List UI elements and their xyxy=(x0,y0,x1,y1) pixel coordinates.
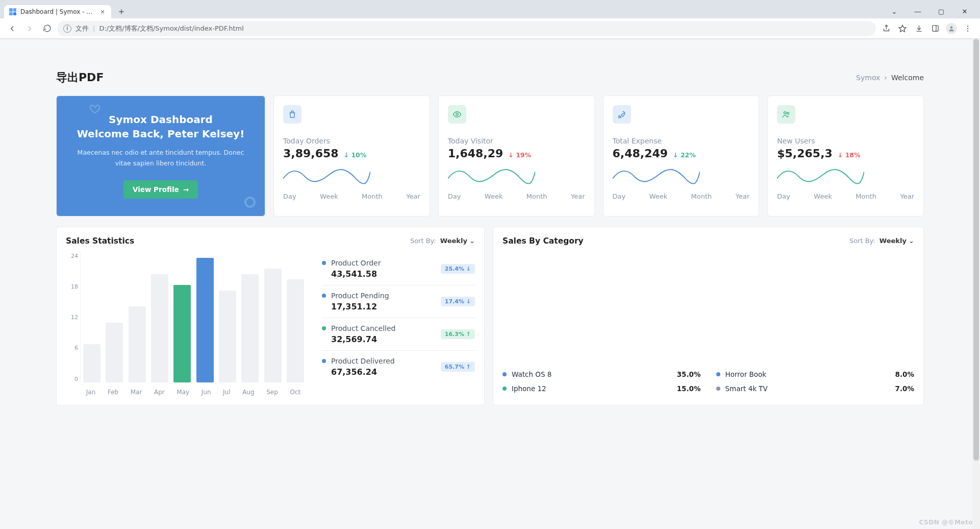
scrollbar[interactable] xyxy=(972,39,980,426)
metric-row: Product Pending 17,351.12 17.4% ↓ xyxy=(322,285,475,318)
stat-tab[interactable]: Year xyxy=(900,193,914,200)
stat-tab[interactable]: Day xyxy=(448,193,461,200)
close-window-icon[interactable]: ✕ xyxy=(956,4,974,18)
forward-button[interactable] xyxy=(22,21,37,36)
stat-tab[interactable]: Year xyxy=(571,193,585,200)
stat-tab[interactable]: Day xyxy=(613,193,626,200)
metric-row: Product Delivered 67,356.24 65.7% ↑ xyxy=(322,351,475,383)
metric-label: Product Pending xyxy=(331,292,389,300)
share-icon[interactable] xyxy=(879,21,893,36)
reload-button[interactable] xyxy=(40,21,54,36)
close-tab-icon[interactable]: ✕ xyxy=(99,8,106,15)
bar xyxy=(83,344,100,382)
profile-avatar[interactable] xyxy=(944,21,959,36)
minimize-icon[interactable]: ― xyxy=(909,4,927,18)
rocket-icon xyxy=(613,105,631,124)
breadcrumb-root[interactable]: Symox xyxy=(856,74,880,82)
stat-tab[interactable]: Day xyxy=(777,193,790,200)
category-legend: Watch OS 8 35.0% Horror Book 8.0% Iphone… xyxy=(502,367,914,396)
metric-row: Product Cancelled 32,569.74 16.3% ↑ xyxy=(322,318,475,351)
sales-statistics-card: Sales Statistics Sort By: Weekly ⌄ 24181… xyxy=(56,227,485,405)
dot-icon xyxy=(716,372,720,376)
browser-chrome: Dashboard | Symox - Admin & ✕ ＋ ⌄ ― ▢ ✕ … xyxy=(0,0,980,39)
maximize-icon[interactable]: ▢ xyxy=(932,4,950,18)
url-scheme: 文件 xyxy=(76,24,89,33)
category-label: Horror Book xyxy=(725,370,767,378)
metric-label: Product Cancelled xyxy=(331,324,395,332)
bar xyxy=(151,274,168,382)
breadcrumb: Symox › Welcome xyxy=(856,74,924,82)
dot-icon xyxy=(502,372,507,376)
sort-dropdown[interactable]: Sort By: Weekly ⌄ xyxy=(849,237,914,245)
stat-delta: ↓ 18% xyxy=(838,151,861,159)
eye-icon xyxy=(448,105,466,124)
svg-point-3 xyxy=(967,28,968,29)
metric-value: 43,541.58 xyxy=(331,269,381,279)
metric-value: 17,351.12 xyxy=(331,302,389,311)
svg-point-6 xyxy=(784,112,787,114)
metric-label: Product Order xyxy=(331,259,381,267)
metric-value: 67,356.24 xyxy=(331,367,395,377)
bookmark-star-icon[interactable] xyxy=(895,21,910,36)
view-profile-button[interactable]: View Profile → xyxy=(123,180,198,199)
stat-label: New Users xyxy=(777,137,914,145)
bag-icon xyxy=(283,105,301,124)
stat-tab[interactable]: Week xyxy=(814,193,832,200)
metric-badge: 17.4% ↓ xyxy=(441,297,475,306)
category-pct: 8.0% xyxy=(895,370,914,378)
stat-card: Today Visitor 1,648,29↓ 19% DayWeekMonth… xyxy=(438,95,595,217)
stat-tab[interactable]: Week xyxy=(320,193,338,200)
back-button[interactable] xyxy=(5,21,19,36)
metric-list: Product Order 43,541.58 25.4% ↓ Product … xyxy=(322,253,475,396)
stat-tab[interactable]: Month xyxy=(526,193,547,200)
panel-icon[interactable] xyxy=(928,21,942,36)
metric-badge: 25.4% ↓ xyxy=(441,264,475,274)
metric-label: Product Delivered xyxy=(331,357,395,365)
stat-value: 6,48,249 xyxy=(613,147,668,160)
metric-badge: 65.7% ↑ xyxy=(441,362,475,372)
chevron-down-icon[interactable]: ⌄ xyxy=(885,4,903,18)
bar xyxy=(241,274,259,382)
welcome-title-2: Welcome Back, Peter Kelsey! xyxy=(69,128,253,140)
dot-icon xyxy=(322,261,326,265)
page-title: 导出PDF xyxy=(56,70,104,85)
svg-point-5 xyxy=(456,113,459,116)
sort-dropdown[interactable]: Sort By: Weekly ⌄ xyxy=(410,237,475,245)
new-tab-button[interactable]: ＋ xyxy=(114,4,129,18)
bar xyxy=(196,258,214,382)
kebab-menu-icon[interactable] xyxy=(961,21,975,36)
svg-point-4 xyxy=(967,30,968,31)
stat-value: 1,648,29 xyxy=(448,147,504,160)
info-icon: i xyxy=(63,25,71,33)
stat-tab[interactable]: Month xyxy=(362,193,383,200)
stat-tab[interactable]: Month xyxy=(856,193,876,200)
scrollbar-thumb[interactable] xyxy=(973,39,979,426)
stat-tab[interactable]: Month xyxy=(691,193,712,200)
category-row: Iphone 12 15.0% xyxy=(502,381,701,396)
welcome-text: Maecenas nec odio et ante tincidunt temp… xyxy=(69,147,253,169)
bar xyxy=(219,291,236,382)
heart-icon xyxy=(89,103,100,114)
stat-tab[interactable]: Week xyxy=(649,193,668,200)
bar xyxy=(264,269,282,382)
dot-icon xyxy=(322,294,326,298)
stat-label: Today Visitor xyxy=(448,137,585,145)
svg-point-1 xyxy=(950,26,953,29)
chevron-down-icon: ⌄ xyxy=(469,237,475,245)
stat-tab[interactable]: Week xyxy=(485,193,503,200)
category-pct: 7.0% xyxy=(895,384,914,393)
browser-tab[interactable]: Dashboard | Symox - Admin & ✕ xyxy=(4,5,111,18)
category-row: Horror Book 8.0% xyxy=(716,367,915,381)
address-bar[interactable]: i 文件 | D:/文档/博客/文档/Symox/dist/index-PDF.… xyxy=(57,21,876,36)
category-row: Watch OS 8 35.0% xyxy=(502,367,701,381)
stat-card: New Users $5,265,3↓ 18% DayWeekMonthYear xyxy=(767,95,924,217)
stat-value: $5,265,3 xyxy=(777,147,833,160)
card-title: Sales By Category xyxy=(502,236,584,246)
stat-tab[interactable]: Year xyxy=(406,193,420,200)
stat-tab[interactable]: Year xyxy=(736,193,750,200)
category-pct: 35.0% xyxy=(677,370,701,378)
stat-tab[interactable]: Day xyxy=(283,193,296,200)
bar xyxy=(106,323,123,382)
tab-favicon-icon xyxy=(9,8,16,15)
download-icon[interactable] xyxy=(912,21,926,36)
